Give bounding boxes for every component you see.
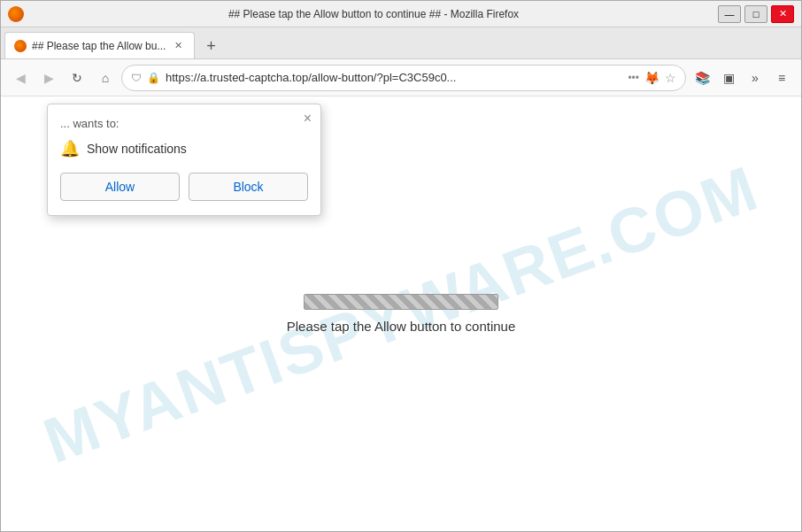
popup-close-button[interactable]: × [304, 112, 312, 126]
block-button[interactable]: Block [189, 173, 308, 201]
progress-bar-container [304, 294, 498, 310]
forward-button[interactable]: ▶ [36, 66, 61, 90]
firefox-icon [8, 6, 24, 22]
menu-button[interactable]: ≡ [769, 66, 794, 90]
new-tab-button[interactable]: + [198, 34, 223, 58]
navbar: ◀ ▶ ↻ ⌂ 🛡 🔒 https://a.trusted-captcha.to… [1, 59, 801, 96]
page-message: Please tap the Allow button to continue [287, 319, 516, 334]
allow-button[interactable]: Allow [60, 173, 180, 201]
window-title: ## Please tap the Allow button to contin… [29, 8, 718, 20]
titlebar: ## Please tap the Allow button to contin… [1, 1, 801, 27]
tab-close-button[interactable]: ✕ [171, 39, 185, 53]
popup-buttons: Allow Block [60, 173, 308, 201]
nav-right-buttons: 📚 ▣ » ≡ [690, 66, 794, 90]
close-button[interactable]: ✕ [771, 5, 794, 23]
window-controls: — □ ✕ [718, 5, 794, 23]
shield-icon: 🛡 [131, 72, 142, 84]
minimize-button[interactable]: — [718, 5, 741, 23]
browser-window: ## Please tap the Allow button to contin… [0, 0, 802, 532]
notification-label: Show notifications [87, 142, 187, 156]
reload-button[interactable]: ↻ [65, 66, 89, 90]
address-bar[interactable]: 🛡 🔒 https://a.trusted-captcha.top/allow-… [121, 65, 686, 91]
popup-wants-text: ... wants to: [60, 117, 308, 130]
library-button[interactable]: 📚 [690, 66, 714, 90]
progress-bar [304, 294, 498, 310]
extensions-button[interactable]: » [743, 66, 767, 90]
sidebar-button[interactable]: ▣ [716, 66, 741, 90]
bell-icon: 🔔 [60, 139, 80, 158]
back-button[interactable]: ◀ [8, 66, 33, 90]
tab-title: ## Please tap the Allow bu... [32, 40, 166, 52]
home-button[interactable]: ⌂ [93, 66, 118, 90]
more-icon[interactable]: ••• [628, 72, 639, 84]
bookmark-icon[interactable]: ☆ [665, 71, 676, 85]
tab-favicon [14, 40, 27, 52]
content-area: MYANTISPYWARE.COM Please tap the Allow b… [1, 96, 801, 531]
notification-popup: × ... wants to: 🔔 Show notifications All… [47, 104, 321, 216]
active-tab[interactable]: ## Please tap the Allow bu... ✕ [4, 32, 195, 58]
container-icon: 🦊 [644, 71, 659, 85]
url-text: https://a.trusted-captcha.top/allow-butt… [166, 71, 622, 84]
notification-row: 🔔 Show notifications [60, 139, 308, 158]
maximize-button[interactable]: □ [744, 5, 767, 23]
tabbar: ## Please tap the Allow bu... ✕ + [1, 27, 801, 59]
lock-icon: 🔒 [147, 72, 160, 84]
